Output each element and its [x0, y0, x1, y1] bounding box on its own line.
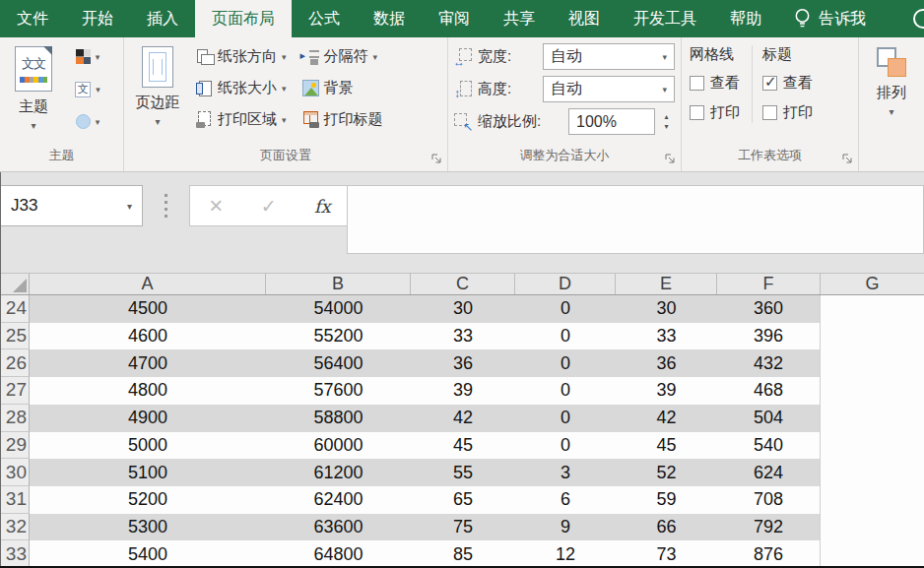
cell-F28[interactable]: 504 [717, 405, 821, 432]
cell-D24[interactable]: 0 [515, 295, 616, 323]
dialog-launcher-icon[interactable] [431, 154, 442, 164]
headings-print-row[interactable]: 打印 [762, 101, 813, 123]
cell-F29[interactable]: 540 [717, 432, 821, 460]
row-header-28[interactable]: 28 [0, 405, 30, 432]
background-button[interactable]: 背景 [299, 74, 386, 102]
cell-B32[interactable]: 63600 [266, 514, 411, 541]
tab-formulas[interactable]: 公式 [292, 0, 357, 37]
print-area-button[interactable]: 打印区域▾ [193, 105, 290, 134]
column-header-C[interactable]: C [411, 274, 515, 294]
cell-D25[interactable]: 0 [515, 323, 616, 350]
tab-home[interactable]: 开始 [65, 0, 130, 37]
cell-F32[interactable]: 792 [717, 514, 821, 541]
cell-C27[interactable]: 39 [411, 377, 515, 405]
cell-B31[interactable]: 62400 [266, 486, 411, 514]
gridlines-view-row[interactable]: 查看 [690, 72, 740, 94]
cell-C25[interactable]: 33 [411, 323, 515, 350]
paper-size-button[interactable]: 纸张大小▾ [193, 74, 290, 102]
cancel-icon[interactable]: × [209, 192, 223, 220]
row-header-30[interactable]: 30 [0, 459, 30, 486]
name-box[interactable]: J33 ▾ [0, 185, 143, 226]
cell-A27[interactable]: 4800 [30, 377, 266, 405]
cell-F24[interactable]: 360 [717, 295, 821, 323]
cell-G32[interactable] [821, 514, 924, 541]
cell-B28[interactable]: 58800 [266, 405, 411, 432]
row-header-32[interactable]: 32 [0, 514, 30, 541]
column-header-D[interactable]: D [515, 274, 616, 294]
cell-C32[interactable]: 75 [411, 514, 515, 541]
enter-icon[interactable]: ✓ [261, 195, 277, 218]
cell-E31[interactable]: 59 [616, 486, 717, 514]
cell-D29[interactable]: 0 [515, 432, 616, 460]
tab-insert[interactable]: 插入 [130, 0, 195, 37]
cell-G31[interactable] [821, 486, 924, 514]
tell-me[interactable]: 告诉我 [784, 0, 876, 37]
cell-A32[interactable]: 5300 [30, 514, 266, 541]
formula-input[interactable] [347, 185, 924, 254]
cell-G24[interactable] [821, 295, 924, 323]
theme-effects-button[interactable]: ▾ [65, 107, 110, 136]
width-select[interactable]: 自动▾ [543, 43, 675, 70]
cell-F31[interactable]: 708 [717, 486, 821, 514]
gridlines-view-checkbox[interactable] [690, 76, 704, 91]
cell-E32[interactable]: 66 [616, 514, 717, 541]
cell-A26[interactable]: 4700 [30, 349, 266, 377]
cell-A24[interactable]: 4500 [30, 295, 266, 323]
cell-F26[interactable]: 432 [717, 349, 821, 377]
cell-B29[interactable]: 60000 [266, 432, 411, 460]
column-header-E[interactable]: E [616, 274, 717, 294]
cell-E24[interactable]: 30 [616, 295, 717, 323]
row-header-27[interactable]: 27 [0, 377, 30, 405]
row-header-33[interactable]: 33 [0, 540, 30, 568]
cell-B27[interactable]: 57600 [266, 377, 411, 405]
dialog-launcher-icon[interactable] [842, 154, 853, 164]
tab-data[interactable]: 数据 [357, 0, 422, 37]
cell-A33[interactable]: 5400 [30, 540, 266, 568]
cell-D30[interactable]: 3 [515, 459, 616, 486]
column-header-B[interactable]: B [266, 274, 411, 294]
cell-E27[interactable]: 39 [616, 377, 717, 405]
cell-C29[interactable]: 45 [411, 432, 515, 460]
cell-E28[interactable]: 42 [616, 405, 717, 432]
cell-F25[interactable]: 396 [717, 323, 821, 350]
cell-D31[interactable]: 6 [515, 486, 616, 514]
select-all-corner[interactable] [0, 274, 30, 294]
cell-G33[interactable] [821, 540, 924, 568]
formula-bar-handle[interactable] [165, 194, 167, 219]
breaks-button[interactable]: 分隔符▾ [299, 42, 386, 71]
orientation-button[interactable]: 纸张方向▾ [193, 42, 290, 71]
cell-C33[interactable]: 85 [411, 540, 515, 568]
cell-B33[interactable]: 64800 [266, 540, 411, 568]
cell-C24[interactable]: 30 [411, 295, 515, 323]
cell-C28[interactable]: 42 [411, 405, 515, 432]
cell-C26[interactable]: 36 [411, 349, 515, 377]
headings-print-checkbox[interactable] [762, 105, 777, 120]
theme-colors-button[interactable]: ▾ [65, 42, 110, 71]
cell-F27[interactable]: 468 [717, 377, 821, 405]
cell-F30[interactable]: 624 [717, 459, 821, 486]
cell-D26[interactable]: 0 [515, 349, 616, 377]
cell-D28[interactable]: 0 [515, 405, 616, 432]
column-header-F[interactable]: F [717, 274, 821, 294]
print-titles-button[interactable]: 打印标题 [299, 105, 386, 134]
tab-developer[interactable]: 开发工具 [617, 0, 713, 37]
margins-button[interactable]: 页边距 ▾ [128, 41, 187, 127]
gridlines-print-row[interactable]: 打印 [690, 101, 740, 123]
column-header-A[interactable]: A [30, 274, 266, 294]
cell-F33[interactable]: 876 [717, 540, 821, 568]
cell-G28[interactable] [821, 405, 924, 432]
row-header-29[interactable]: 29 [0, 432, 30, 460]
cell-B24[interactable]: 54000 [266, 295, 411, 323]
cell-E33[interactable]: 73 [616, 540, 717, 568]
headings-view-checkbox[interactable] [762, 76, 777, 91]
account-icon[interactable] [913, 9, 924, 29]
tab-view[interactable]: 视图 [552, 0, 617, 37]
cell-D33[interactable]: 12 [515, 540, 616, 568]
arrange-button[interactable]: 排列 ▾ [862, 41, 921, 117]
row-header-26[interactable]: 26 [0, 349, 30, 377]
tab-review[interactable]: 审阅 [422, 0, 487, 37]
dialog-launcher-icon[interactable] [665, 154, 676, 164]
themes-button[interactable]: 主题 ▾ [4, 41, 63, 131]
cell-E25[interactable]: 33 [616, 323, 717, 350]
insert-function-icon[interactable]: fx [314, 196, 331, 217]
